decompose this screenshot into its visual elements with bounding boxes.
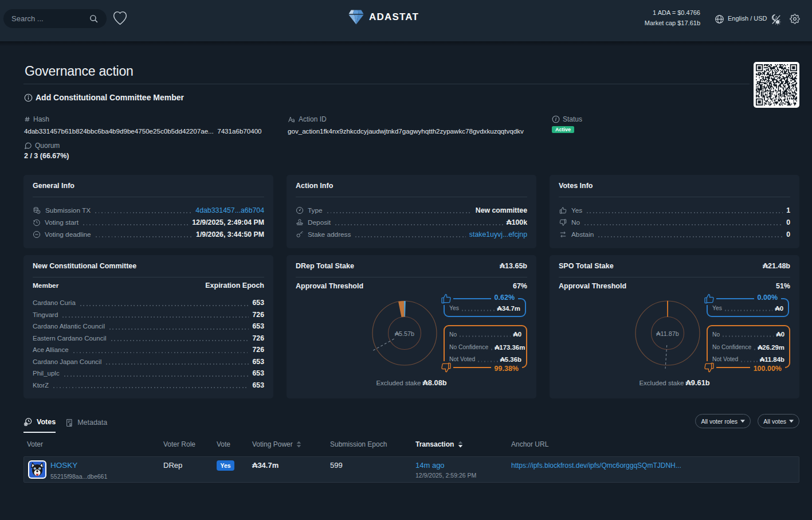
svg-text:₳5.57b: ₳5.57b — [395, 330, 414, 337]
svg-text:₳11.87b: ₳11.87b — [656, 330, 678, 337]
